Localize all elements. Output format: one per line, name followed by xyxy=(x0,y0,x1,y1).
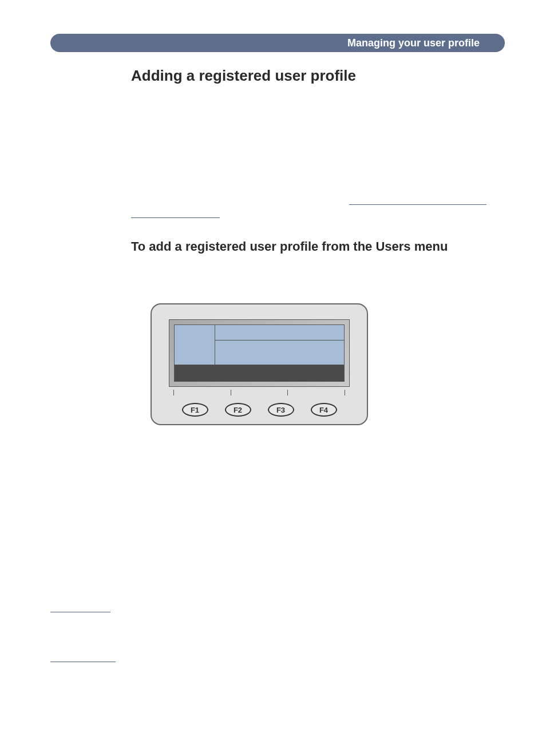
page-title: Adding a registered user profile xyxy=(131,67,356,85)
breadcrumb: Managing your user profile xyxy=(347,37,480,49)
screen-upper xyxy=(175,325,344,365)
link-underline xyxy=(50,662,116,662)
screen-right-pane xyxy=(215,325,344,365)
screen-right-top-row xyxy=(215,325,344,341)
f4-key[interactable]: F4 xyxy=(311,403,337,417)
device-screen xyxy=(174,324,345,382)
screen-bottom-bar xyxy=(175,365,344,381)
screen-left-pane xyxy=(175,325,215,365)
tick xyxy=(287,390,288,395)
f2-key[interactable]: F2 xyxy=(225,403,251,417)
section-heading: To add a registered user profile from th… xyxy=(131,239,448,254)
link-underline xyxy=(50,612,110,612)
tick xyxy=(231,390,231,395)
device-screen-bezel xyxy=(169,319,350,387)
function-key-row: F1 F2 F3 F4 xyxy=(173,403,345,417)
link-underline xyxy=(349,204,486,205)
tick xyxy=(173,390,174,395)
page-header-bar: Managing your user profile xyxy=(50,34,505,52)
tick-marks xyxy=(173,390,345,395)
f3-key[interactable]: F3 xyxy=(268,403,294,417)
f1-key[interactable]: F1 xyxy=(182,403,208,417)
device-diagram: F1 F2 F3 F4 xyxy=(151,303,368,425)
link-underline xyxy=(131,217,220,218)
tick xyxy=(345,390,345,395)
